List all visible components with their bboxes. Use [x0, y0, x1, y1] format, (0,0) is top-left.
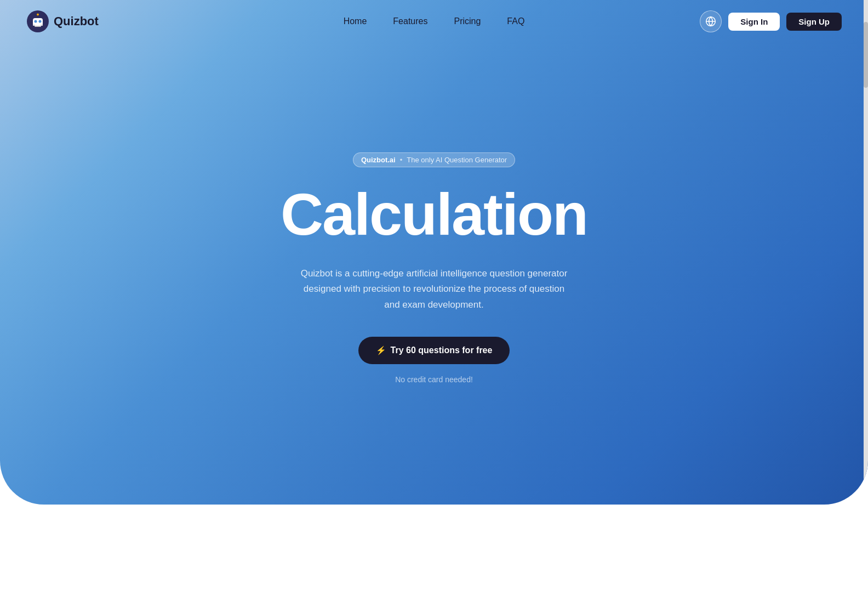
svg-rect-6	[33, 24, 35, 26]
svg-point-2	[35, 20, 37, 23]
sign-up-button[interactable]: Sign Up	[786, 13, 842, 31]
svg-rect-7	[41, 24, 43, 26]
logo[interactable]: Quizbot	[26, 10, 99, 33]
hero-description: Quizbot is a cutting-edge artificial int…	[297, 266, 571, 312]
nav-features[interactable]: Features	[393, 16, 427, 26]
navbar: Quizbot Home Features Pricing FAQ Sign I…	[0, 0, 868, 43]
bolt-icon: ⚡	[376, 346, 386, 355]
cta-button[interactable]: ⚡ Try 60 questions for free	[358, 337, 510, 364]
logo-text: Quizbot	[54, 14, 99, 29]
logo-icon	[26, 10, 49, 33]
hero-section: Quizbot Home Features Pricing FAQ Sign I…	[0, 0, 868, 505]
navbar-actions: Sign In Sign Up	[700, 10, 842, 32]
badge-dot: •	[400, 156, 403, 164]
no-credit-card-text: No credit card needed!	[395, 375, 473, 384]
nav-home[interactable]: Home	[344, 16, 367, 26]
nav-pricing[interactable]: Pricing	[454, 16, 481, 26]
language-button[interactable]	[700, 10, 722, 32]
hero-title: Calculation	[281, 185, 587, 244]
sign-in-button[interactable]: Sign In	[728, 13, 780, 31]
globe-icon	[705, 16, 716, 27]
navbar-links: Home Features Pricing FAQ	[344, 16, 525, 26]
cta-label: Try 60 questions for free	[391, 346, 493, 355]
badge-brand: Quizbot.ai	[361, 156, 396, 164]
svg-rect-8	[35, 26, 41, 27]
scrollbar[interactable]	[864, 0, 868, 505]
svg-point-5	[37, 14, 39, 16]
hero-badge: Quizbot.ai • The only AI Question Genera…	[353, 152, 515, 167]
badge-subtitle: The only AI Question Generator	[407, 156, 507, 164]
svg-point-3	[39, 20, 42, 23]
hero-content: Quizbot.ai • The only AI Question Genera…	[0, 43, 868, 505]
below-hero	[0, 505, 868, 606]
nav-faq[interactable]: FAQ	[507, 16, 524, 26]
